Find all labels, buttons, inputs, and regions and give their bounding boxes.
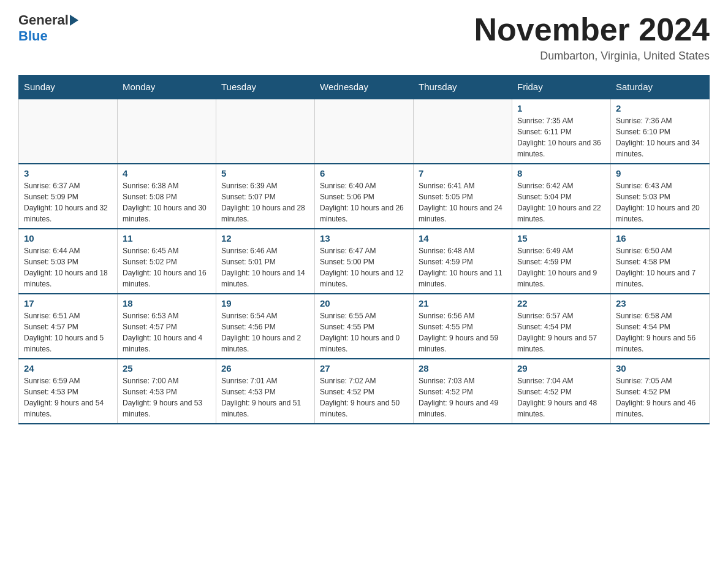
calendar-cell: 7Sunrise: 6:41 AM Sunset: 5:05 PM Daylig…: [414, 164, 512, 229]
day-number: 14: [419, 233, 507, 243]
day-number: 4: [123, 168, 211, 178]
day-info: Sunrise: 6:39 AM Sunset: 5:07 PM Dayligh…: [221, 180, 309, 224]
day-info: Sunrise: 7:36 AM Sunset: 6:10 PM Dayligh…: [616, 115, 704, 159]
weekday-header-monday: Monday: [118, 75, 216, 99]
day-number: 24: [24, 363, 112, 373]
calendar-cell: [19, 99, 118, 164]
weekday-header-tuesday: Tuesday: [216, 75, 315, 99]
calendar-cell: 18Sunrise: 6:53 AM Sunset: 4:57 PM Dayli…: [118, 294, 216, 359]
calendar-cell: 27Sunrise: 7:02 AM Sunset: 4:52 PM Dayli…: [315, 359, 414, 424]
day-number: 10: [24, 233, 112, 243]
day-info: Sunrise: 7:03 AM Sunset: 4:52 PM Dayligh…: [419, 375, 507, 419]
day-info: Sunrise: 6:47 AM Sunset: 5:00 PM Dayligh…: [320, 245, 408, 289]
calendar-cell: [414, 99, 512, 164]
day-number: 21: [419, 298, 507, 308]
calendar-week-row: 24Sunrise: 6:59 AM Sunset: 4:53 PM Dayli…: [19, 359, 710, 424]
day-info: Sunrise: 6:56 AM Sunset: 4:55 PM Dayligh…: [419, 310, 507, 354]
day-info: Sunrise: 6:50 AM Sunset: 4:58 PM Dayligh…: [616, 245, 704, 289]
day-info: Sunrise: 6:37 AM Sunset: 5:09 PM Dayligh…: [24, 180, 112, 224]
day-info: Sunrise: 6:49 AM Sunset: 4:59 PM Dayligh…: [517, 245, 605, 289]
calendar-cell: 29Sunrise: 7:04 AM Sunset: 4:52 PM Dayli…: [512, 359, 611, 424]
calendar-cell: 2Sunrise: 7:36 AM Sunset: 6:10 PM Daylig…: [611, 99, 710, 164]
day-number: 13: [320, 233, 408, 243]
day-info: Sunrise: 6:48 AM Sunset: 4:59 PM Dayligh…: [419, 245, 507, 289]
day-info: Sunrise: 6:43 AM Sunset: 5:03 PM Dayligh…: [616, 180, 704, 224]
calendar-cell: 15Sunrise: 6:49 AM Sunset: 4:59 PM Dayli…: [512, 229, 611, 294]
day-number: 27: [320, 363, 408, 373]
weekday-header-wednesday: Wednesday: [315, 75, 414, 99]
day-number: 3: [24, 168, 112, 178]
calendar-cell: 16Sunrise: 6:50 AM Sunset: 4:58 PM Dayli…: [611, 229, 710, 294]
calendar-cell: 6Sunrise: 6:40 AM Sunset: 5:06 PM Daylig…: [315, 164, 414, 229]
calendar-week-row: 3Sunrise: 6:37 AM Sunset: 5:09 PM Daylig…: [19, 164, 710, 229]
day-info: Sunrise: 7:02 AM Sunset: 4:52 PM Dayligh…: [320, 375, 408, 419]
logo-flag-icon: [70, 15, 78, 26]
day-info: Sunrise: 6:42 AM Sunset: 5:04 PM Dayligh…: [517, 180, 605, 224]
page-header: General Blue November 2024 Dumbarton, Vi…: [18, 12, 710, 63]
day-number: 28: [419, 363, 507, 373]
day-info: Sunrise: 7:05 AM Sunset: 4:52 PM Dayligh…: [616, 375, 704, 419]
day-number: 1: [517, 103, 605, 113]
day-info: Sunrise: 7:00 AM Sunset: 4:53 PM Dayligh…: [123, 375, 211, 419]
day-number: 12: [221, 233, 309, 243]
day-number: 5: [221, 168, 309, 178]
logo: General Blue: [18, 12, 80, 44]
calendar-cell: 13Sunrise: 6:47 AM Sunset: 5:00 PM Dayli…: [315, 229, 414, 294]
day-number: 26: [221, 363, 309, 373]
calendar-cell: 12Sunrise: 6:46 AM Sunset: 5:01 PM Dayli…: [216, 229, 315, 294]
day-info: Sunrise: 6:54 AM Sunset: 4:56 PM Dayligh…: [221, 310, 309, 354]
day-number: 19: [221, 298, 309, 308]
day-number: 9: [616, 168, 704, 178]
day-info: Sunrise: 6:57 AM Sunset: 4:54 PM Dayligh…: [517, 310, 605, 354]
calendar-cell: 26Sunrise: 7:01 AM Sunset: 4:53 PM Dayli…: [216, 359, 315, 424]
calendar-cell: 19Sunrise: 6:54 AM Sunset: 4:56 PM Dayli…: [216, 294, 315, 359]
day-info: Sunrise: 6:58 AM Sunset: 4:54 PM Dayligh…: [616, 310, 704, 354]
weekday-header-saturday: Saturday: [611, 75, 710, 99]
day-number: 29: [517, 363, 605, 373]
calendar-cell: 14Sunrise: 6:48 AM Sunset: 4:59 PM Dayli…: [414, 229, 512, 294]
day-info: Sunrise: 6:45 AM Sunset: 5:02 PM Dayligh…: [123, 245, 211, 289]
calendar-table: SundayMondayTuesdayWednesdayThursdayFrid…: [18, 75, 710, 424]
calendar-cell: 24Sunrise: 6:59 AM Sunset: 4:53 PM Dayli…: [19, 359, 118, 424]
logo-blue-text: Blue: [18, 28, 48, 44]
calendar-cell: 8Sunrise: 6:42 AM Sunset: 5:04 PM Daylig…: [512, 164, 611, 229]
location-text: Dumbarton, Virginia, United States: [474, 50, 710, 63]
calendar-week-row: 1Sunrise: 7:35 AM Sunset: 6:11 PM Daylig…: [19, 99, 710, 164]
day-number: 15: [517, 233, 605, 243]
day-info: Sunrise: 7:35 AM Sunset: 6:11 PM Dayligh…: [517, 115, 605, 159]
day-number: 25: [123, 363, 211, 373]
day-info: Sunrise: 7:04 AM Sunset: 4:52 PM Dayligh…: [517, 375, 605, 419]
day-number: 16: [616, 233, 704, 243]
weekday-header-sunday: Sunday: [19, 75, 118, 99]
day-info: Sunrise: 6:38 AM Sunset: 5:08 PM Dayligh…: [123, 180, 211, 224]
calendar-cell: 22Sunrise: 6:57 AM Sunset: 4:54 PM Dayli…: [512, 294, 611, 359]
day-info: Sunrise: 7:01 AM Sunset: 4:53 PM Dayligh…: [221, 375, 309, 419]
calendar-cell: 1Sunrise: 7:35 AM Sunset: 6:11 PM Daylig…: [512, 99, 611, 164]
day-number: 23: [616, 298, 704, 308]
calendar-cell: 10Sunrise: 6:44 AM Sunset: 5:03 PM Dayli…: [19, 229, 118, 294]
calendar-week-row: 17Sunrise: 6:51 AM Sunset: 4:57 PM Dayli…: [19, 294, 710, 359]
calendar-cell: 9Sunrise: 6:43 AM Sunset: 5:03 PM Daylig…: [611, 164, 710, 229]
calendar-cell: 5Sunrise: 6:39 AM Sunset: 5:07 PM Daylig…: [216, 164, 315, 229]
day-number: 18: [123, 298, 211, 308]
day-info: Sunrise: 6:51 AM Sunset: 4:57 PM Dayligh…: [24, 310, 112, 354]
calendar-cell: 21Sunrise: 6:56 AM Sunset: 4:55 PM Dayli…: [414, 294, 512, 359]
day-number: 22: [517, 298, 605, 308]
calendar-cell: [315, 99, 414, 164]
calendar-cell: [216, 99, 315, 164]
calendar-cell: 30Sunrise: 7:05 AM Sunset: 4:52 PM Dayli…: [611, 359, 710, 424]
day-info: Sunrise: 6:41 AM Sunset: 5:05 PM Dayligh…: [419, 180, 507, 224]
day-info: Sunrise: 6:55 AM Sunset: 4:55 PM Dayligh…: [320, 310, 408, 354]
calendar-cell: 11Sunrise: 6:45 AM Sunset: 5:02 PM Dayli…: [118, 229, 216, 294]
calendar-header-row: SundayMondayTuesdayWednesdayThursdayFrid…: [19, 75, 710, 99]
day-info: Sunrise: 6:46 AM Sunset: 5:01 PM Dayligh…: [221, 245, 309, 289]
calendar-week-row: 10Sunrise: 6:44 AM Sunset: 5:03 PM Dayli…: [19, 229, 710, 294]
calendar-cell: 3Sunrise: 6:37 AM Sunset: 5:09 PM Daylig…: [19, 164, 118, 229]
day-number: 11: [123, 233, 211, 243]
calendar-cell: 23Sunrise: 6:58 AM Sunset: 4:54 PM Dayli…: [611, 294, 710, 359]
day-number: 2: [616, 103, 704, 113]
day-number: 17: [24, 298, 112, 308]
month-title: November 2024: [474, 12, 710, 47]
logo-general-text: General: [18, 12, 69, 28]
day-number: 6: [320, 168, 408, 178]
